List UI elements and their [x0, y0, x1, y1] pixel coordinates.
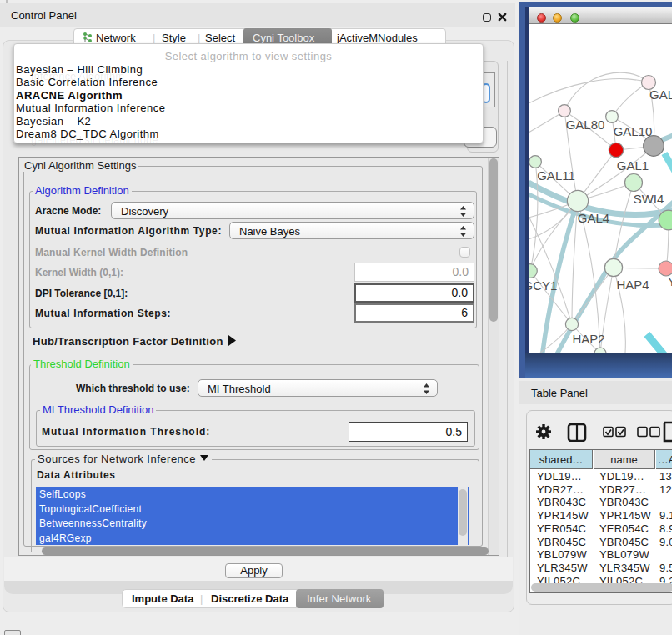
- svg-text:GAL1: GAL1: [617, 158, 649, 172]
- svg-text:HAP4: HAP4: [616, 278, 649, 292]
- svg-text:GAL80: GAL80: [566, 118, 605, 132]
- svg-text:GCY1: GCY1: [529, 278, 557, 292]
- svg-text:HAP2: HAP2: [572, 332, 604, 346]
- svg-text:Y: Y: [668, 274, 672, 288]
- svg-text:GAL7: GAL7: [649, 88, 672, 102]
- svg-text:SWI4: SWI4: [634, 192, 664, 206]
- svg-text:GAL11: GAL11: [537, 168, 575, 182]
- svg-text:GAL4: GAL4: [578, 211, 609, 225]
- svg-text:GAL10: GAL10: [614, 124, 653, 138]
